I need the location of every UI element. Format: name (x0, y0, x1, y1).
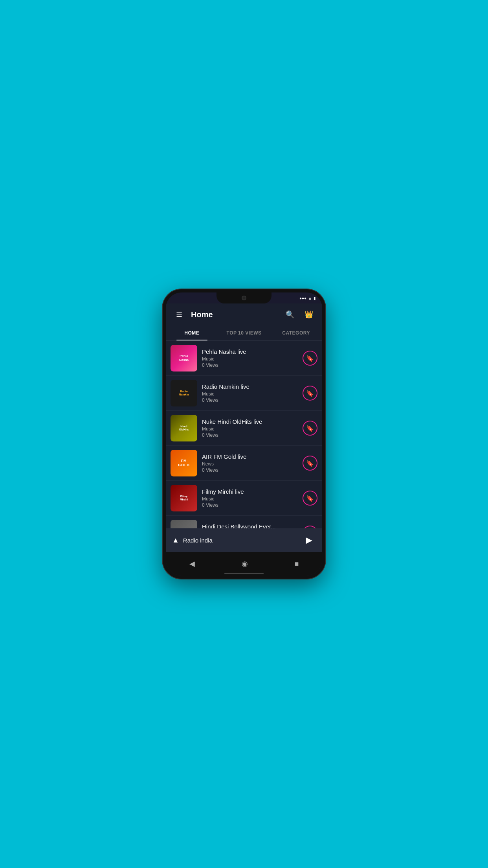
play-button[interactable]: ▶ (302, 533, 316, 547)
station-category: Music (202, 391, 298, 397)
recents-icon[interactable]: ■ (295, 560, 299, 568)
bookmark-button[interactable]: 🔖 (303, 351, 317, 366)
page-title: Home (191, 310, 213, 319)
station-info: AIR FM Gold live News 0 Views (202, 453, 298, 473)
phone-notch (216, 292, 272, 303)
tab-home[interactable]: HOME (166, 326, 218, 340)
list-item[interactable]: FilmyMirchi Filmy Mirchi live Music 0 Vi… (166, 481, 322, 516)
station-thumbnail: RadioNamkin (171, 380, 197, 406)
bookmark-icon: 🔖 (306, 425, 314, 432)
station-category: Music (202, 356, 298, 362)
premium-button[interactable]: 👑 (302, 307, 316, 322)
status-icons: ●●● ▲ ▮ (299, 296, 316, 300)
station-name: AIR FM Gold live (202, 453, 298, 460)
bookmark-button[interactable]: 🔖 (303, 386, 317, 401)
home-icon[interactable]: ◉ (242, 559, 248, 568)
bookmark-icon: 🔖 (306, 390, 314, 397)
signal-icon: ●●● (299, 296, 306, 300)
station-info: Nuke Hindi OldHits live Music 0 Views (202, 418, 298, 438)
bookmark-button[interactable]: 🔖 (303, 491, 317, 506)
tab-top10[interactable]: TOP 10 VIEWS (218, 326, 270, 340)
back-icon[interactable]: ◀ (189, 559, 195, 568)
tab-bar: HOME TOP 10 VIEWS CATEGORY (166, 326, 322, 341)
station-info: Pehla Nasha live Music 0 Views (202, 348, 298, 368)
station-name: Pehla Nasha live (202, 348, 298, 355)
station-info: Filmy Mirchi live Music 0 Views (202, 488, 298, 508)
now-playing-bar[interactable]: ▲ Radio india ▶ (166, 528, 322, 552)
search-button[interactable]: 🔍 (283, 307, 297, 322)
battery-icon: ▮ (314, 296, 316, 300)
bookmark-button[interactable]: 🔖 (303, 421, 317, 436)
now-playing-left: ▲ Radio india (172, 536, 213, 544)
home-indicator (224, 573, 264, 574)
station-category: Music (202, 426, 298, 432)
expand-icon[interactable]: ▲ (172, 536, 179, 544)
search-icon: 🔍 (286, 310, 294, 319)
station-thumbnail: PehlaNasha (171, 345, 197, 371)
list-item[interactable]: HindiOldHits Nuke Hindi OldHits live Mus… (166, 411, 322, 446)
station-list[interactable]: PehlaNasha Pehla Nasha live Music 0 View… (166, 341, 322, 552)
now-playing-title: Radio india (183, 537, 213, 544)
header-right: 🔍 👑 (283, 307, 316, 322)
menu-button[interactable]: ☰ (172, 307, 186, 322)
app-header: ☰ Home 🔍 👑 (166, 303, 322, 326)
list-item[interactable]: FMGOLD AIR FM Gold live News 0 Views 🔖 (166, 446, 322, 481)
phone-shell: ●●● ▲ ▮ ☰ Home 🔍 👑 (163, 289, 325, 579)
station-category: News (202, 461, 298, 467)
station-name: Filmy Mirchi live (202, 488, 298, 495)
list-item[interactable]: RadioNamkin Radio Namkin live Music 0 Vi… (166, 376, 322, 411)
bottom-nav: ◀ ◉ ■ (166, 552, 322, 576)
station-views: 0 Views (202, 362, 298, 368)
station-info: Radio Namkin live Music 0 Views (202, 383, 298, 403)
tab-category[interactable]: CATEGORY (270, 326, 322, 340)
station-category: Music (202, 496, 298, 502)
station-views: 0 Views (202, 502, 298, 508)
station-name: Nuke Hindi OldHits live (202, 418, 298, 425)
station-views: 0 Views (202, 432, 298, 438)
play-icon: ▶ (306, 535, 312, 545)
bookmark-button[interactable]: 🔖 (303, 456, 317, 471)
bookmark-icon: 🔖 (306, 495, 314, 502)
bookmark-icon: 🔖 (306, 460, 314, 467)
camera-dot (242, 296, 246, 300)
app-screen: ☰ Home 🔍 👑 HOME TOP 10 VIEWS (166, 303, 322, 552)
station-thumbnail: FilmyMirchi (171, 485, 197, 511)
station-views: 0 Views (202, 467, 298, 473)
station-name: Radio Namkin live (202, 383, 298, 390)
hamburger-icon: ☰ (176, 310, 182, 319)
wifi-icon: ▲ (308, 296, 312, 300)
bookmark-icon: 🔖 (306, 355, 314, 362)
station-views: 0 Views (202, 397, 298, 403)
station-thumbnail: HindiOldHits (171, 415, 197, 441)
crown-icon: 👑 (305, 310, 313, 319)
list-item[interactable]: PehlaNasha Pehla Nasha live Music 0 View… (166, 341, 322, 376)
header-left: ☰ Home (172, 307, 213, 322)
station-thumbnail: FMGOLD (171, 450, 197, 476)
